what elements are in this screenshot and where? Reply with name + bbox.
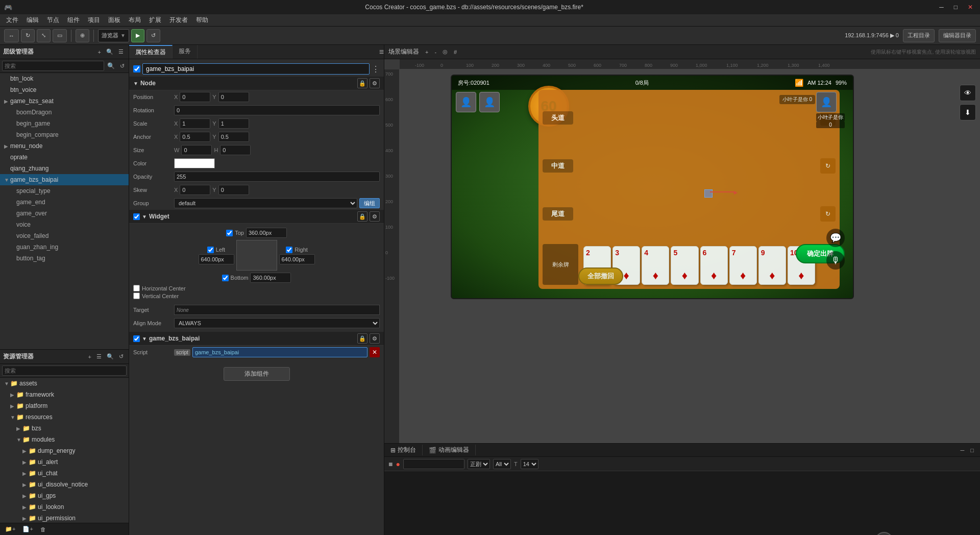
- node-lock-btn[interactable]: 🔒: [357, 78, 368, 88]
- menu-panel[interactable]: 面板: [104, 15, 125, 26]
- opacity-input[interactable]: [174, 172, 380, 182]
- asset-item-modules[interactable]: ▼ 📁 modules: [0, 434, 129, 445]
- tree-item-game-over[interactable]: game_over: [0, 208, 129, 219]
- color-picker[interactable]: [174, 158, 215, 168]
- asset-item-framework[interactable]: ▶ 📁 framework: [0, 389, 129, 400]
- asset-delete-btn[interactable]: 🗑: [38, 525, 48, 533]
- mic-btn[interactable]: 🎙: [826, 251, 845, 270]
- hierarchy-search-btn[interactable]: 🔍: [104, 47, 115, 56]
- toolbar-scale-btn[interactable]: ⤡: [37, 29, 51, 42]
- asset-item-ui-chat[interactable]: ▶ 📁 ui_chat: [0, 468, 129, 479]
- left-value-input[interactable]: [199, 254, 234, 264]
- refresh-btn-3[interactable]: ↻: [820, 206, 836, 222]
- asset-search-btn[interactable]: 🔍: [105, 352, 116, 361]
- script-enable-checkbox[interactable]: [133, 335, 140, 342]
- left-checkbox-label[interactable]: Left: [207, 247, 225, 253]
- node-active-checkbox[interactable]: [133, 65, 140, 72]
- tree-item-menu-node[interactable]: ▶ menu_node: [0, 140, 129, 152]
- asset-new-folder-btn[interactable]: 📁+: [3, 525, 17, 533]
- asset-list-btn[interactable]: ☰: [94, 352, 104, 361]
- scene-fit[interactable]: ◎: [440, 47, 450, 56]
- script-lock-btn[interactable]: 🔒: [357, 333, 368, 344]
- tree-item-btn-look[interactable]: btn_look: [0, 73, 129, 84]
- bottom-value-input[interactable]: [250, 273, 291, 283]
- menu-developer[interactable]: 开发者: [165, 15, 192, 26]
- menu-help[interactable]: 帮助: [192, 15, 212, 26]
- vertical-center-checkbox[interactable]: [133, 293, 140, 299]
- anim-record-btn[interactable]: ●: [396, 460, 400, 468]
- scene-canvas-area[interactable]: -100 0 100 200 300 400 500 600 700 800 9…: [384, 59, 980, 443]
- tree-item-button-tag[interactable]: button_tag: [0, 253, 129, 264]
- bottom-checkbox-label[interactable]: Bottom: [222, 275, 249, 281]
- node-section-toggle[interactable]: ▼ Node 🔒 ⚙: [129, 77, 384, 90]
- refresh-btn-2[interactable]: ↻: [820, 158, 836, 174]
- skew-x-input[interactable]: [180, 185, 210, 195]
- tree-item-guan-zhan-ing[interactable]: guan_zhan_ing: [0, 241, 129, 253]
- group-edit-btn[interactable]: 编组: [359, 198, 380, 208]
- bottom-expand-btn[interactable]: □: [968, 446, 976, 454]
- hierarchy-refresh-btn[interactable]: ↺: [118, 62, 127, 70]
- anim-all-select[interactable]: All: [493, 459, 511, 469]
- asset-item-ui-permission[interactable]: ▶ 📁 ui_permission: [0, 513, 129, 523]
- tree-item-special-type[interactable]: special_type: [0, 185, 129, 197]
- node-menu-btn[interactable]: ⋮: [372, 64, 380, 74]
- asset-item-dump-energy[interactable]: ▶ 📁 dump_energy: [0, 445, 129, 456]
- tree-item-oprate[interactable]: oprate: [0, 152, 129, 163]
- properties-tab[interactable]: 属性检查器: [129, 45, 173, 59]
- anchor-x-input[interactable]: [180, 132, 210, 142]
- widget-enable-checkbox[interactable]: [133, 213, 140, 220]
- menu-layout[interactable]: 布局: [125, 15, 145, 26]
- toolbar-rect-btn[interactable]: ▭: [53, 29, 67, 42]
- menu-file[interactable]: 文件: [2, 15, 22, 26]
- asset-item-ui-gps[interactable]: ▶ 📁 ui_gps: [0, 490, 129, 501]
- asset-item-ui-dissolve[interactable]: ▶ 📁 ui_dissolve_notice: [0, 479, 129, 490]
- toolbar-rotate-btn[interactable]: ↻: [21, 29, 35, 42]
- eye-icon-btn[interactable]: 👁: [960, 85, 976, 101]
- refresh-btn[interactable]: ↺: [146, 29, 160, 42]
- scale-y-input[interactable]: [218, 118, 249, 129]
- script-section-toggle[interactable]: ▼ game_bzs_baipai 🔒 ⚙: [129, 332, 384, 346]
- close-btn[interactable]: ✕: [965, 3, 976, 12]
- card-4[interactable]: 4 ♦: [642, 246, 669, 285]
- expand-icon-btn[interactable]: ⬇: [960, 104, 976, 120]
- asset-refresh-btn[interactable]: ↺: [117, 352, 126, 361]
- menu-extend[interactable]: 扩展: [145, 15, 165, 26]
- play-btn[interactable]: ▶: [131, 29, 144, 42]
- anim-tab[interactable]: 🎬 动画编辑器: [423, 445, 476, 455]
- scene-zoom-in[interactable]: +: [423, 47, 430, 56]
- asset-item-platform[interactable]: ▶ 📁 platform: [0, 400, 129, 411]
- asset-item-ui-alert[interactable]: ▶ 📁 ui_alert: [0, 456, 129, 468]
- chat-btn[interactable]: 💬: [826, 229, 845, 247]
- anim-stop-btn[interactable]: ■: [388, 460, 393, 468]
- tree-item-voice[interactable]: voice: [0, 219, 129, 230]
- skew-y-input[interactable]: [218, 185, 249, 195]
- anchor-y-input[interactable]: [218, 132, 249, 142]
- position-x-input[interactable]: [180, 92, 210, 102]
- left-checkbox[interactable]: [207, 247, 214, 253]
- horizontal-center-label[interactable]: Horizontal Center: [133, 285, 186, 291]
- menu-component[interactable]: 组件: [63, 15, 84, 26]
- tree-item-game-bzs-seat[interactable]: ▶ game_bzs_seat: [0, 95, 129, 107]
- console-tab[interactable]: ⊞ 控制台: [384, 445, 423, 455]
- card-7[interactable]: 7 ♦: [729, 246, 757, 285]
- project-dir-btn[interactable]: 工程目录: [903, 29, 935, 42]
- script-settings-btn[interactable]: ⚙: [370, 333, 380, 344]
- hierarchy-search-go[interactable]: 🔍: [105, 61, 117, 70]
- align-mode-select[interactable]: ALWAYS ONCE: [174, 318, 380, 328]
- group-select[interactable]: default: [174, 198, 357, 208]
- asset-add-btn[interactable]: +: [86, 353, 93, 361]
- menu-edit[interactable]: 编辑: [22, 15, 43, 26]
- service-tab[interactable]: 服务: [173, 45, 198, 59]
- asset-item-ui-lookon[interactable]: ▶ 📁 ui_lookon: [0, 501, 129, 513]
- node-name-input[interactable]: [142, 63, 370, 75]
- asset-search-input[interactable]: [2, 366, 127, 376]
- tree-item-begin-compare[interactable]: begin_compare: [0, 129, 129, 140]
- toolbar-new-node-btn[interactable]: ⊕: [76, 29, 89, 42]
- tree-item-game-bzs-baipai[interactable]: ▼ game_bzs_baipai: [0, 174, 129, 185]
- properties-menu-btn[interactable]: ≡: [379, 45, 384, 59]
- widget-lock-btn[interactable]: 🔒: [357, 211, 368, 222]
- widget-settings-btn[interactable]: ⚙: [370, 211, 380, 222]
- asset-item-assets[interactable]: ▼ 📁 assets: [0, 378, 129, 389]
- scale-x-input[interactable]: [180, 118, 210, 129]
- asset-item-bzs[interactable]: ▶ 📁 bzs: [0, 423, 129, 434]
